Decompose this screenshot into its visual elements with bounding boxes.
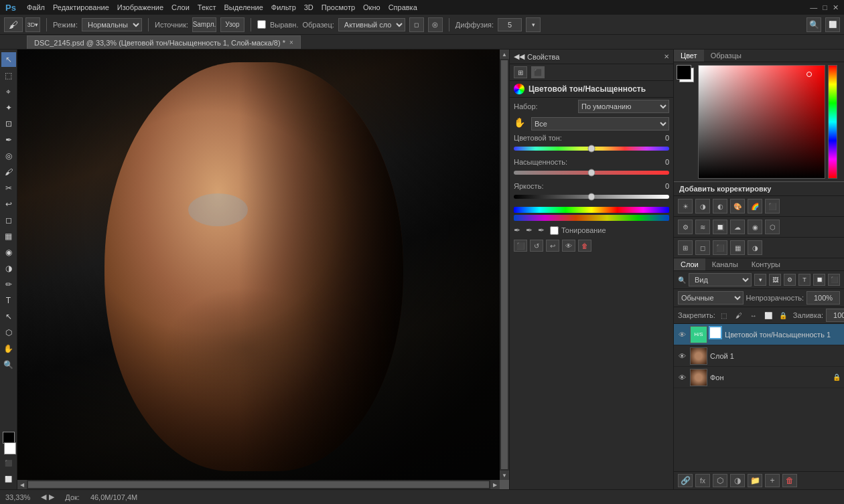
scroll-right-btn[interactable]: ▶: [490, 480, 500, 489]
props-tab-icon-2[interactable]: ⬛: [531, 66, 545, 78]
corr-unknown-btn[interactable]: ◑: [748, 240, 762, 255]
tool-move[interactable]: ↖: [1, 52, 16, 67]
background-color-swatch[interactable]: [4, 442, 16, 454]
corr-photo-filter-btn[interactable]: 🔲: [713, 220, 727, 234]
clip-btn[interactable]: ⬛: [514, 240, 527, 252]
hue-slider-row[interactable]: [514, 142, 669, 155]
layers-tab[interactable]: Слои: [674, 258, 705, 270]
fill-input[interactable]: [826, 309, 844, 322]
color-tab[interactable]: Цвет: [674, 50, 704, 62]
search-panel-btn[interactable]: 🔍: [806, 17, 821, 32]
tab-close-btn[interactable]: ×: [289, 39, 293, 46]
lock-artboard-btn[interactable]: ⬜: [762, 309, 774, 321]
layer-eye-1[interactable]: 👁: [677, 352, 687, 360]
corr-selective-color-btn[interactable]: ⬛: [713, 240, 727, 255]
visibility-btn[interactable]: 👁: [562, 240, 575, 252]
layer-item-1[interactable]: 👁 Слой 1: [674, 345, 844, 367]
eyedropper-add-btn[interactable]: ✒: [514, 226, 520, 235]
menu-layers[interactable]: Слои: [171, 3, 190, 11]
color-gradient-picker[interactable]: [698, 65, 825, 179]
menu-help[interactable]: Справка: [389, 3, 417, 11]
source-pattern-btn[interactable]: Узор: [220, 17, 244, 32]
panel-toggle-btn[interactable]: ⬜: [825, 17, 840, 32]
h-scrollbar-thumb[interactable]: [28, 481, 489, 488]
lock-transparent-btn[interactable]: ⬚: [718, 309, 730, 321]
tool-shape[interactable]: ⬡: [1, 325, 16, 340]
add-mask-btn[interactable]: ⬡: [713, 474, 727, 487]
delete-layer-btn[interactable]: 🗑: [782, 474, 797, 487]
tool-blur[interactable]: ◉: [1, 245, 16, 260]
screen-mode-btn[interactable]: ⬜: [1, 472, 16, 487]
menu-bar[interactable]: Файл Редактирование Изображение Слои Тек…: [27, 3, 417, 11]
hue-bar[interactable]: [828, 65, 837, 179]
layers-filter-btn4[interactable]: 🔲: [813, 274, 825, 286]
tool-eyedropper[interactable]: ✒: [1, 133, 16, 147]
diffusion-stepper[interactable]: ▾: [526, 17, 541, 32]
corr-curves-btn[interactable]: ◐: [713, 199, 727, 214]
new-layer-btn[interactable]: +: [765, 474, 780, 487]
v-scrollbar-thumb[interactable]: [501, 60, 508, 469]
minimize-button[interactable]: —: [810, 3, 817, 12]
tool-pen[interactable]: ✏: [1, 277, 16, 292]
reset-btn[interactable]: ↺: [530, 240, 543, 252]
samples-tab[interactable]: Образцы: [704, 50, 748, 62]
paths-tab[interactable]: Контуры: [745, 258, 787, 270]
tool-eraser[interactable]: ◻: [1, 213, 16, 228]
corr-exposure-btn[interactable]: 🎨: [730, 199, 745, 214]
menu-image[interactable]: Изображение: [117, 3, 163, 11]
channel-select[interactable]: Все: [531, 117, 669, 131]
tool-option-btn[interactable]: 3D▾: [25, 17, 40, 32]
maximize-button[interactable]: □: [823, 3, 827, 12]
layers-filter-btn3[interactable]: T: [798, 274, 811, 286]
menu-text[interactable]: Текст: [198, 3, 216, 11]
blend-mode-select[interactable]: Обычные: [678, 291, 744, 305]
tool-brush[interactable]: 🖌: [1, 165, 16, 179]
brightness-thumb[interactable]: [588, 193, 595, 201]
tool-path-select[interactable]: ↖: [1, 309, 16, 324]
corr-bw-btn[interactable]: ≋: [695, 220, 710, 234]
corr-vibrance-btn[interactable]: 🌈: [748, 199, 762, 214]
lock-move-btn[interactable]: ↔: [748, 309, 760, 321]
nav-left-btn[interactable]: ◀: [41, 493, 46, 501]
tool-zoom[interactable]: 🔍: [1, 357, 16, 372]
sat-slider-row[interactable]: [514, 166, 669, 179]
new-group-btn[interactable]: 📁: [748, 474, 762, 487]
quick-mask-btn[interactable]: ⬛: [1, 456, 16, 471]
toning-checkbox[interactable]: [550, 226, 559, 235]
tool-magic-wand[interactable]: ✦: [1, 100, 16, 115]
diffusion-input[interactable]: [498, 18, 522, 31]
preset-select[interactable]: По умолчанию: [578, 100, 669, 113]
menu-view[interactable]: Просмотр: [322, 3, 355, 11]
menu-3d[interactable]: 3D: [304, 3, 313, 11]
layer-eye-huesat[interactable]: 👁: [677, 331, 687, 339]
corr-gradient-map-btn[interactable]: ▦: [730, 240, 745, 255]
layers-filter-btn2[interactable]: ⚙: [784, 274, 796, 286]
document-tab[interactable]: DSC_2145.psd @ 33,3% (Цветовой тон/Насыщ…: [27, 35, 301, 49]
lock-all-btn[interactable]: 🔒: [777, 309, 789, 321]
sample-select[interactable]: Активный слой: [338, 18, 405, 31]
corr-posterize-btn[interactable]: ⊞: [678, 240, 693, 255]
layer-item-huesat[interactable]: 👁 H/S Цветовой тон/Насыщенность 1: [674, 324, 844, 345]
tool-crop[interactable]: ⊡: [1, 116, 16, 131]
menu-filter[interactable]: Фильтр: [271, 3, 296, 11]
layer-eye-bg[interactable]: 👁: [677, 373, 687, 382]
undo-btn[interactable]: ↩: [546, 240, 559, 252]
delete-btn[interactable]: 🗑: [578, 240, 591, 252]
corr-levels-btn[interactable]: ◑: [695, 199, 710, 214]
corr-color-lookup-btn[interactable]: ◉: [748, 220, 762, 234]
opacity-input[interactable]: [806, 291, 840, 305]
eyedropper-replace-btn[interactable]: ✒: [538, 226, 545, 235]
brush-options-btn[interactable]: ◎: [428, 17, 443, 32]
eyedropper-subtract-btn[interactable]: ✒: [526, 226, 533, 235]
link-btn[interactable]: 🔗: [678, 474, 693, 487]
nav-right-btn[interactable]: ▶: [49, 493, 54, 501]
hue-thumb[interactable]: [588, 145, 595, 153]
tool-select-rect[interactable]: ⬚: [1, 68, 16, 83]
menu-window[interactable]: Окно: [363, 3, 380, 11]
properties-close-btn[interactable]: ✕: [664, 53, 669, 60]
menu-select[interactable]: Выделение: [224, 3, 263, 11]
menu-file[interactable]: Файл: [27, 3, 45, 11]
tool-history-brush[interactable]: ↩: [1, 197, 16, 212]
collapse-props-btn[interactable]: ◀◀: [514, 52, 524, 61]
fx-btn[interactable]: fx: [695, 474, 710, 487]
